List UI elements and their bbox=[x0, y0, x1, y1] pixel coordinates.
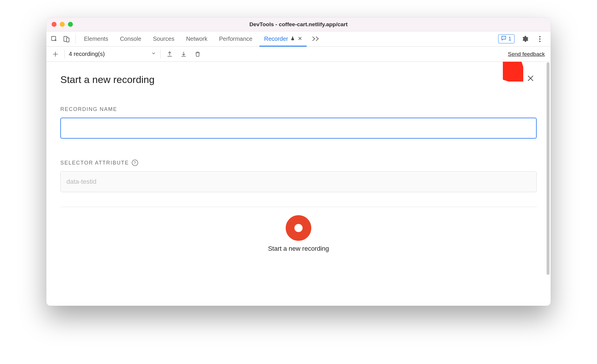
page-title: Start a new recording bbox=[60, 74, 537, 85]
tab-elements[interactable]: Elements bbox=[79, 31, 113, 46]
svg-rect-2 bbox=[66, 38, 69, 42]
selector-attribute-label-text: SELECTOR ATTRIBUTE bbox=[60, 160, 129, 166]
tab-recorder[interactable]: Recorder bbox=[259, 31, 307, 46]
svg-point-3 bbox=[539, 36, 541, 37]
tab-label: Network bbox=[186, 36, 207, 42]
svg-point-5 bbox=[539, 40, 541, 42]
selector-attribute-label: SELECTOR ATTRIBUTE ? bbox=[60, 160, 537, 166]
trash-icon[interactable] bbox=[193, 49, 203, 59]
separator bbox=[64, 50, 65, 59]
annotation-arrow bbox=[503, 62, 523, 83]
recordings-count-label: 4 recording(s) bbox=[69, 51, 105, 57]
record-button-label: Start a new recording bbox=[268, 245, 329, 252]
tab-label: Performance bbox=[219, 36, 253, 42]
chevron-down-icon bbox=[151, 51, 156, 57]
selector-attribute-group: SELECTOR ATTRIBUTE ? bbox=[60, 160, 537, 192]
flask-icon bbox=[290, 36, 295, 42]
close-icon[interactable] bbox=[527, 75, 534, 83]
record-button[interactable] bbox=[286, 215, 311, 241]
plus-icon[interactable] bbox=[50, 49, 60, 59]
devtools-tabbar: Elements Console Sources Network Perform… bbox=[46, 31, 551, 47]
recorder-toolbar: 4 recording(s) Send feedback bbox=[46, 47, 551, 62]
record-icon bbox=[294, 224, 303, 232]
overflow-tabs-button[interactable] bbox=[308, 31, 323, 46]
tab-sources[interactable]: Sources bbox=[148, 31, 180, 46]
scrollbar[interactable] bbox=[546, 62, 550, 304]
window-title: DevTools - coffee-cart.netlify.app/cart bbox=[46, 21, 551, 28]
tab-label: Sources bbox=[153, 36, 174, 42]
import-icon[interactable] bbox=[179, 49, 189, 59]
svg-point-4 bbox=[539, 38, 541, 40]
tab-label: Elements bbox=[84, 36, 108, 42]
issues-count: 1 bbox=[508, 36, 511, 42]
tab-network[interactable]: Network bbox=[181, 31, 213, 46]
tab-label: Console bbox=[120, 36, 141, 42]
separator bbox=[160, 50, 161, 59]
close-window-button[interactable] bbox=[52, 22, 57, 27]
kebab-icon[interactable] bbox=[535, 34, 545, 44]
chat-icon bbox=[501, 35, 507, 43]
record-cta: Start a new recording bbox=[60, 207, 537, 258]
left-tool-group bbox=[49, 34, 76, 44]
overflow-icon bbox=[312, 35, 319, 43]
export-icon[interactable] bbox=[165, 49, 175, 59]
recordings-dropdown[interactable]: 4 recording(s) bbox=[69, 51, 156, 57]
selector-attribute-input[interactable] bbox=[60, 171, 537, 192]
recording-name-input[interactable] bbox=[60, 118, 537, 139]
tab-console[interactable]: Console bbox=[115, 31, 146, 46]
traffic-lights bbox=[52, 22, 73, 27]
scrollbar-thumb[interactable] bbox=[547, 62, 549, 275]
devtools-window: DevTools - coffee-cart.netlify.app/cart … bbox=[46, 17, 551, 306]
help-icon[interactable]: ? bbox=[132, 160, 138, 166]
tab-performance[interactable]: Performance bbox=[214, 31, 258, 46]
minimize-window-button[interactable] bbox=[60, 22, 65, 27]
recorder-panel-main: Start a new recording RECORDING NAME SEL… bbox=[46, 62, 551, 306]
zoom-window-button[interactable] bbox=[68, 22, 73, 27]
devtools-tabs: Elements Console Sources Network Perform… bbox=[79, 31, 323, 46]
inspect-icon[interactable] bbox=[49, 34, 59, 44]
window-titlebar: DevTools - coffee-cart.netlify.app/cart bbox=[46, 17, 551, 31]
send-feedback-link[interactable]: Send feedback bbox=[508, 51, 547, 57]
gear-icon[interactable] bbox=[520, 34, 530, 44]
tab-label: Recorder bbox=[264, 36, 288, 42]
tab-close-icon[interactable] bbox=[298, 36, 302, 42]
device-icon[interactable] bbox=[62, 34, 71, 44]
recording-name-label: RECORDING NAME bbox=[60, 106, 537, 112]
recording-name-group: RECORDING NAME bbox=[60, 106, 537, 139]
issues-badge[interactable]: 1 bbox=[498, 34, 515, 43]
right-tool-group: 1 bbox=[498, 34, 548, 44]
start-recording-panel: Start a new recording RECORDING NAME SEL… bbox=[46, 62, 551, 258]
